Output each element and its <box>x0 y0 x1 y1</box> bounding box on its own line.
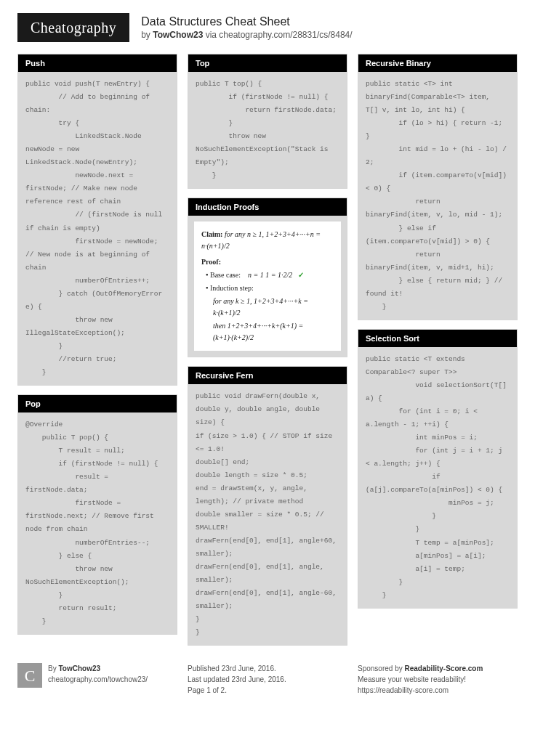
proof-label: Proof: <box>201 256 334 268</box>
column-1: Push public void push(T newEntry) { // A… <box>17 54 177 646</box>
card-pop: Pop @Override public T pop() { T result … <box>17 394 177 635</box>
source-url: cheatography.com/28831/cs/8484/ <box>219 30 352 40</box>
sponsor-tagline: Measure your website readability! <box>358 675 466 683</box>
card-selection: Selection Sort public static <T extends … <box>358 329 518 609</box>
content-columns: Push public void push(T newEntry) { // A… <box>17 54 518 646</box>
code-block: public T top() { if (firstNode != null) … <box>188 72 347 188</box>
footer-by-prefix: By <box>48 664 58 672</box>
card-header: Recursive Fern <box>188 367 347 384</box>
page-header: Cheatography Data Structures Cheat Sheet… <box>17 13 518 42</box>
base-case-label: Base case: <box>210 271 241 279</box>
card-header: Pop <box>18 395 177 412</box>
code-block: public static <T> int binaryFind(Compara… <box>358 72 517 320</box>
sponsor-url: https://readability-score.com <box>358 686 448 694</box>
code-block: @Override public T pop() { T result = nu… <box>18 412 177 634</box>
sponsor-name: Readability-Score.com <box>405 664 483 672</box>
author-avatar-icon: C <box>17 663 42 688</box>
induction-step-1: for any k ≥ 1, 1+2+3+4+···+k = k·(k+1)/2 <box>213 296 334 319</box>
card-binary: Recursive Binary public static <T> int b… <box>358 54 518 320</box>
code-block: public void drawFern(double x, double y,… <box>188 384 347 645</box>
card-header: Recursive Binary <box>358 54 517 72</box>
header-text: Data Structures Cheat Sheet by TowChow23… <box>141 15 352 40</box>
card-header: Push <box>18 54 177 72</box>
sponsored-prefix: Sponsored by <box>358 664 405 672</box>
proof-image: Claim: for any n ≥ 1, 1+2+3+4+···+n = n·… <box>194 221 341 351</box>
updated-date: Last updated 23rd June, 2016. <box>188 675 286 683</box>
column-3: Recursive Binary public static <T> int b… <box>358 54 518 646</box>
page-title: Data Structures Cheat Sheet <box>141 15 352 28</box>
by-prefix: by <box>141 30 153 40</box>
check-icon: ✓ <box>298 271 304 279</box>
card-fern: Recursive Fern public void drawFern(doub… <box>188 366 347 646</box>
footer-meta: Published 23rd June, 2016. Last updated … <box>188 663 347 696</box>
card-induction: Induction Proofs Claim: for any n ≥ 1, 1… <box>188 198 347 357</box>
footer-sponsor: Sponsored by Readability-Score.com Measu… <box>358 663 518 696</box>
card-header: Induction Proofs <box>188 198 347 216</box>
card-push: Push public void push(T newEntry) { // A… <box>17 54 177 386</box>
site-logo: Cheatography <box>17 13 129 42</box>
code-block: public static <T extends Comparable<? su… <box>358 347 517 608</box>
footer-author: C By TowChow23 cheatography.com/towchow2… <box>17 663 177 696</box>
induction-step-label: Induction step: <box>210 284 254 292</box>
author-name: TowChow23 <box>153 30 203 40</box>
card-header: Top <box>188 54 347 72</box>
page-indicator: Page 1 of 2. <box>188 686 227 694</box>
footer: C By TowChow23 cheatography.com/towchow2… <box>17 656 518 696</box>
card-header: Selection Sort <box>358 330 517 347</box>
base-case-math: n = 1 1 = 1·2/2 <box>248 271 292 279</box>
via-text: via <box>203 30 219 40</box>
induction-step-2: then 1+2+3+4+···+k+(k+1) = (k+1)·(k+2)/2 <box>213 320 334 344</box>
claim-label: Claim: <box>201 230 222 238</box>
byline: by TowChow23 via cheatography.com/28831/… <box>141 30 352 40</box>
column-2: Top public T top() { if (firstNode != nu… <box>188 54 347 646</box>
footer-author-url: cheatography.com/towchow23/ <box>48 675 148 683</box>
code-block: public void push(T newEntry) { // Add to… <box>18 72 177 385</box>
card-top: Top public T top() { if (firstNode != nu… <box>188 54 347 189</box>
footer-author-name: TowChow23 <box>58 664 100 672</box>
published-date: Published 23rd June, 2016. <box>188 664 276 672</box>
